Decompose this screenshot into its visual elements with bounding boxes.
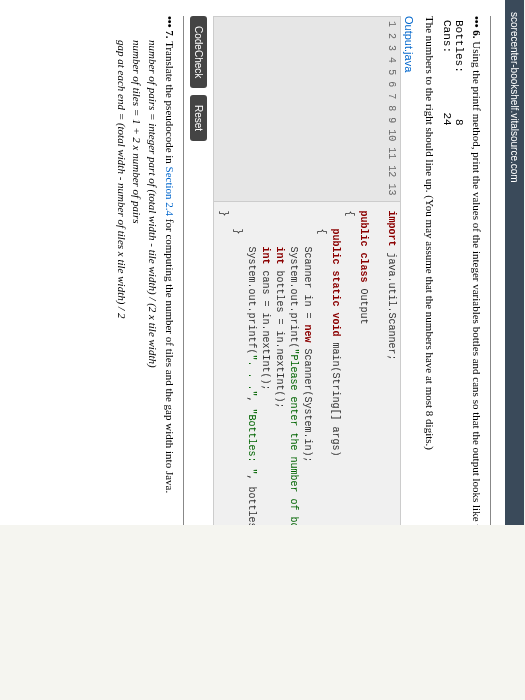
problem-7: ••• 7. Translate the pseudocode in Secti… — [114, 16, 178, 525]
reset-button[interactable]: Reset — [190, 95, 207, 141]
site-url: scorecenter-bookshelf.vitalsource.com — [509, 12, 520, 183]
problem-6: ••• 6. Using the printf method, print th… — [469, 16, 484, 525]
formula-2: number of tiles = 1 + 2 x number of pair… — [129, 40, 144, 525]
problem-text-b: for computing the number of tiles and th… — [164, 216, 176, 493]
example-output: Bottles: 8 Cans: 24 — [441, 20, 465, 525]
problem-text-a: Translate the pseudocode in — [164, 41, 176, 166]
problem-number: ••• 6. — [471, 16, 483, 39]
codecheck-button[interactable]: CodeCheck — [190, 16, 207, 88]
page-content: ••• 6. Using the printf method, print th… — [106, 0, 505, 525]
divider — [490, 16, 491, 525]
problem-text: Using the printf method, print the value… — [471, 41, 483, 525]
line-numbers: 1 2 3 4 5 6 7 8 9 10 11 12 13 — [214, 17, 400, 202]
divider — [183, 16, 184, 525]
formula-1: number of pairs = integer part of (total… — [144, 40, 159, 525]
section-link[interactable]: Section 2.4 — [164, 167, 176, 217]
site-header: scorecenter-bookshelf.vitalsource.com — [505, 0, 524, 525]
code-content[interactable]: import java.util.Scanner; public class O… — [214, 202, 400, 525]
code-editor[interactable]: 1 2 3 4 5 6 7 8 9 10 11 12 13 import jav… — [213, 16, 401, 525]
button-row: CodeCheck Reset — [190, 16, 207, 525]
problem-number: ••• 7. — [164, 16, 176, 39]
file-name: Output.java — [403, 16, 415, 525]
formula-3: gap at each end = (total width - number … — [114, 40, 129, 525]
problem-note: The numbers to the right should line up.… — [421, 16, 436, 525]
